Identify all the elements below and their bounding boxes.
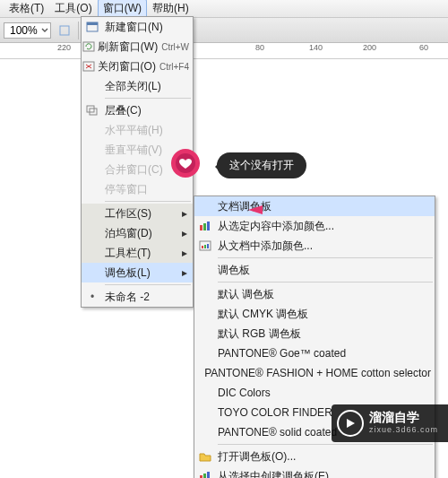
submenu-pantone-fashion[interactable]: PANTONE® FASHION + HOME cotton selector (194, 363, 435, 383)
svg-rect-12 (202, 246, 203, 248)
svg-rect-8 (200, 225, 202, 230)
menu-help[interactable]: 帮助(H) (147, 0, 194, 18)
separator (105, 201, 191, 202)
chevron-down-icon (41, 27, 48, 34)
menu-workspace[interactable]: 工作区(S) ▸ (82, 204, 193, 223)
menu-dockers[interactable]: 泊坞窗(D) ▸ (82, 223, 193, 243)
zoom-combo[interactable]: 100% (4, 22, 51, 39)
submenu-dic-colors[interactable]: DIC Colors (194, 383, 435, 403)
menu-tools[interactable]: 工具(O) (49, 0, 97, 18)
toolbar-button-a[interactable] (56, 22, 73, 39)
svg-rect-16 (203, 474, 206, 478)
svg-rect-10 (207, 222, 210, 230)
separator (78, 22, 79, 39)
submenu-open-palette[interactable]: 打开调色板(O)... (194, 447, 435, 466)
menu-h-tile: 水平平铺(H) (82, 120, 193, 140)
separator (218, 257, 433, 258)
menu-table[interactable]: 表格(T) (4, 0, 49, 18)
submenu-cmyk-palette[interactable]: 默认 CMYK 调色板 (194, 304, 435, 324)
ruler-tick: 220 (57, 43, 71, 52)
submenu-add-from-selection[interactable]: 从选定内容中添加颜色... (194, 216, 435, 236)
submenu-rgb-palette[interactable]: 默认 RGB 调色板 (194, 324, 435, 343)
annotation-arrow (246, 202, 426, 218)
chevron-right-icon: ▸ (180, 227, 189, 239)
zoom-value: 100% (6, 24, 41, 37)
chevron-right-icon: ▸ (180, 247, 189, 259)
palette-icon (194, 217, 216, 235)
menu-doc-untitled[interactable]: • 未命名 -2 (82, 287, 193, 307)
menu-color-palettes[interactable]: 调色板(L) ▸ (82, 263, 193, 282)
watermark-brand: 溜溜自学 (369, 411, 438, 423)
chevron-right-icon: ▸ (180, 266, 189, 279)
menubar: 表格(T) 工具(O) 窗口(W) 帮助(H) (0, 0, 448, 18)
heart-pin-icon (167, 147, 204, 185)
menu-close-all[interactable]: 全部关闭(L) (82, 76, 193, 96)
submenu-create-from-selection[interactable]: 从选择中创建调色板(E)... (194, 466, 435, 478)
submenu-palette[interactable]: 调色板 (194, 260, 435, 280)
svg-rect-17 (207, 472, 210, 478)
palette-icon (194, 237, 216, 255)
watermark-url: zixue.3d66.com (369, 423, 438, 436)
menu-new-window[interactable]: 新建窗口(N) (82, 17, 193, 37)
ruler-tick: 60 (419, 43, 428, 52)
cascade-icon (82, 101, 103, 119)
menu-window[interactable]: 窗口(W) (98, 0, 147, 18)
watermark: 溜溜自学 zixue.3d66.com (332, 404, 448, 442)
svg-rect-3 (87, 22, 98, 25)
svg-rect-0 (60, 26, 69, 35)
separator (218, 282, 433, 282)
ruler-tick: 80 (255, 43, 264, 52)
folder-open-icon (194, 448, 216, 465)
horizontal-ruler: 220 80 140 200 60 (0, 43, 448, 59)
submenu-default-palette[interactable]: 默认 调色板 (194, 284, 435, 304)
submenu-pantone-goe[interactable]: PANTONE® Goe™ coated (194, 343, 435, 363)
menu-cascade[interactable]: 层叠(C) (82, 100, 193, 120)
svg-rect-9 (203, 223, 206, 230)
bullet-icon: • (82, 288, 103, 306)
ruler-tick: 200 (363, 43, 376, 52)
svg-rect-14 (207, 244, 209, 248)
refresh-icon (82, 38, 96, 56)
palette-new-icon (194, 467, 216, 478)
menu-close-window[interactable]: 关闭窗口(O) Ctrl+F4 (82, 56, 193, 76)
menu-refresh-window[interactable]: 刷新窗口(W) Ctrl+W (82, 37, 193, 56)
annotation-callout: 这个没有打开 (167, 147, 204, 185)
play-icon (337, 410, 364, 437)
ruler-tick: 140 (309, 43, 323, 52)
separator (105, 98, 191, 99)
new-window-icon (82, 18, 103, 36)
separator (218, 444, 433, 445)
separator (105, 284, 191, 285)
submenu-add-from-document[interactable]: 从文档中添加颜色... (194, 236, 435, 256)
annotation-text: 这个没有打开 (217, 152, 306, 178)
close-window-icon (82, 57, 96, 75)
svg-rect-13 (204, 245, 206, 248)
menu-toolbars[interactable]: 工具栏(T) ▸ (82, 243, 193, 263)
toolbar: 100% (0, 18, 448, 43)
chevron-right-icon: ▸ (180, 207, 189, 220)
